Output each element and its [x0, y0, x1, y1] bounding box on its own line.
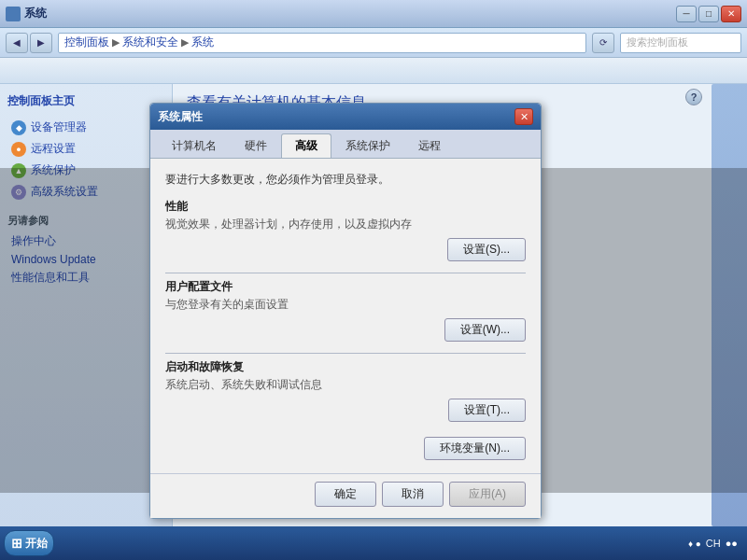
- refresh-button[interactable]: ⟳: [592, 33, 614, 53]
- path-part3: 系统: [191, 35, 214, 50]
- dialog-section-profiles: 用户配置文件 与您登录有关的桌面设置 设置(W)...: [165, 279, 526, 342]
- system-properties-dialog: 系统属性 ✕ 计算机名 硬件 高级 系统保护 远程 要进行大多数更改，您必须作为…: [149, 103, 542, 519]
- back-button[interactable]: ◀: [6, 33, 28, 53]
- dialog-title: 系统属性: [158, 109, 203, 125]
- search-box[interactable]: 搜索控制面板: [620, 33, 741, 53]
- maximize-button[interactable]: □: [698, 6, 719, 22]
- toolbar: [0, 58, 747, 84]
- dialog-tabs: 计算机名 硬件 高级 系统保护 远程: [150, 130, 541, 159]
- start-button[interactable]: ⊞ 开始: [4, 530, 54, 556]
- tray-lang: CH: [706, 538, 721, 549]
- nav-buttons: ◀ ▶: [6, 33, 52, 53]
- dialog-ok-button[interactable]: 确定: [315, 482, 376, 507]
- path-part2: 系统和安全: [122, 35, 178, 50]
- tab-hardware[interactable]: 硬件: [231, 133, 281, 158]
- tab-system-protection[interactable]: 系统保护: [331, 133, 404, 158]
- path-sep1: ▶: [112, 36, 120, 49]
- taskbar: ⊞ 开始 ♦ ● CH ●●: [0, 526, 747, 560]
- section-btn-area-performance: 设置(S)...: [165, 238, 526, 261]
- sidebar-title: 控制面板主页: [7, 93, 164, 109]
- dialog-footer: 确定 取消 应用(A): [150, 473, 541, 518]
- section-title-performance: 性能: [165, 199, 526, 215]
- title-bar-buttons: ─ □ ✕: [676, 6, 741, 22]
- startup-settings-button[interactable]: 设置(T)...: [448, 399, 526, 422]
- sidebar-item-device[interactable]: ◆ 设备管理器: [7, 117, 164, 138]
- address-bar: ◀ ▶ 控制面板 ▶ 系统和安全 ▶ 系统 ⟳ 搜索控制面板: [0, 28, 747, 58]
- env-variables-button[interactable]: 环境变量(N)...: [424, 437, 526, 460]
- window-icon: [6, 7, 21, 21]
- section-btn-area-startup: 设置(T)...: [165, 399, 526, 422]
- tab-advanced[interactable]: 高级: [281, 133, 331, 158]
- section-desc-startup: 系统启动、系统失败和调试信息: [165, 377, 526, 393]
- section-title-startup: 启动和故障恢复: [165, 359, 526, 375]
- search-placeholder: 搜索控制面板: [627, 35, 688, 49]
- help-button[interactable]: ?: [685, 89, 702, 105]
- sidebar-item-remote[interactable]: ● 远程设置: [7, 138, 164, 160]
- taskbar-tray: ♦ ● CH ●●: [683, 538, 743, 549]
- dialog-note: 要进行大多数更改，您必须作为管理员登录。: [165, 172, 526, 188]
- divider-2: [165, 353, 526, 354]
- tab-computer-name[interactable]: 计算机名: [158, 133, 231, 158]
- dialog-body: 要进行大多数更改，您必须作为管理员登录。 性能 视觉效果，处理器计划，内存使用，…: [150, 159, 541, 473]
- tray-time: ●●: [726, 538, 738, 549]
- title-bar: 系统 ─ □ ✕: [0, 0, 747, 28]
- performance-settings-button[interactable]: 设置(S)...: [447, 238, 526, 261]
- section-title-profiles: 用户配置文件: [165, 279, 526, 295]
- main-area: 控制面板主页 ◆ 设备管理器 ● 远程设置 ▲ 系统保护 ⚙ 高级系统设置 另请…: [0, 84, 747, 526]
- dialog-titlebar: 系统属性 ✕: [150, 104, 541, 130]
- address-path: 控制面板 ▶ 系统和安全 ▶ 系统: [64, 35, 580, 50]
- path-part1: 控制面板: [64, 35, 109, 50]
- section-btn-area-profiles: 设置(W)...: [165, 318, 526, 342]
- dialog-close-button[interactable]: ✕: [514, 108, 533, 125]
- dialog-section-startup: 启动和故障恢复 系统启动、系统失败和调试信息 设置(T)...: [165, 359, 526, 422]
- remote-icon: ●: [11, 142, 26, 157]
- start-label: 开始: [25, 536, 48, 552]
- start-orb-icon: ⊞: [11, 536, 22, 551]
- profiles-settings-button[interactable]: 设置(W)...: [444, 318, 526, 342]
- dialog-cancel-button[interactable]: 取消: [382, 482, 444, 507]
- sidebar-item-device-label: 设备管理器: [31, 119, 87, 135]
- section-desc-performance: 视觉效果，处理器计划，内存使用，以及虚拟内存: [165, 217, 526, 232]
- dialog-section-performance: 性能 视觉效果，处理器计划，内存使用，以及虚拟内存 设置(S)...: [165, 199, 526, 261]
- title-bar-left: 系统: [6, 6, 47, 21]
- divider-1: [165, 273, 526, 273]
- dialog-apply-button[interactable]: 应用(A): [449, 482, 526, 507]
- forward-button[interactable]: ▶: [30, 33, 52, 53]
- path-sep2: ▶: [181, 36, 189, 49]
- window-close-button[interactable]: ✕: [721, 6, 741, 22]
- minimize-button[interactable]: ─: [676, 6, 697, 22]
- tray-icons: ♦ ●: [688, 539, 701, 549]
- sidebar-item-remote-label: 远程设置: [31, 141, 76, 157]
- address-input[interactable]: 控制面板 ▶ 系统和安全 ▶ 系统: [58, 33, 586, 53]
- tab-remote[interactable]: 远程: [404, 133, 455, 158]
- window-title: 系统: [24, 6, 47, 21]
- device-icon: ◆: [11, 120, 26, 135]
- section-desc-profiles: 与您登录有关的桌面设置: [165, 297, 526, 313]
